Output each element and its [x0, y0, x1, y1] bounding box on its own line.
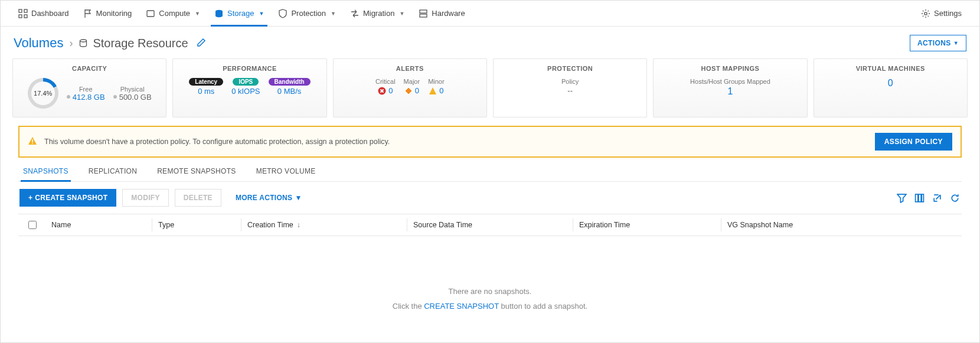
create-snapshot-button[interactable]: +CREATE SNAPSHOT [19, 189, 116, 207]
card-alerts[interactable]: ALERTS Critical 0 Major 0 [333, 58, 487, 117]
alert-critical: Critical 0 [375, 78, 396, 95]
vm-value[interactable]: 0 [888, 78, 893, 89]
perf-iops: IOPS 0 kIOPS [231, 78, 260, 96]
empty-link[interactable]: CREATE SNAPSHOT [424, 302, 499, 311]
card-virtual-machines[interactable]: VIRTUAL MACHINES 0 [814, 58, 968, 117]
nav-compute[interactable]: Compute ▼ [139, 1, 207, 27]
col-label: Expiration Time [579, 221, 630, 229]
alert-value: 0 [415, 86, 419, 95]
capacity-free: Free 412.8 GB [67, 86, 105, 102]
svg-rect-15 [918, 194, 920, 202]
assign-policy-button[interactable]: ASSIGN POLICY [875, 133, 952, 151]
shield-icon [278, 9, 288, 18]
filter-icon[interactable] [896, 192, 907, 204]
col-name[interactable]: Name [45, 221, 152, 229]
tab-replication[interactable]: REPLICATION [87, 164, 138, 181]
latency-value: 0 ms [198, 87, 214, 96]
nav-protection[interactable]: Protection ▼ [271, 1, 342, 27]
nav-migration[interactable]: Migration ▼ [343, 1, 411, 27]
host-value[interactable]: 1 [728, 86, 733, 97]
empty-line2: Click the CREATE SNAPSHOT button to add … [18, 302, 962, 311]
breadcrumb-current: Storage Resource [79, 37, 188, 50]
latency-pill: Latency [189, 78, 223, 86]
tab-remote-snapshots[interactable]: REMOTE SNAPSHOTS [156, 164, 237, 181]
card-capacity[interactable]: CAPACITY 17.4% Free 412.8 GB Physical 50… [12, 58, 166, 117]
empty-line1: There are no snapshots. [18, 287, 962, 296]
empty-post: button to add a snapshot. [499, 302, 587, 311]
compute-icon [146, 9, 155, 18]
svg-rect-1 [24, 9, 27, 12]
top-nav: Dashboard Monitoring Compute ▼ Storage ▼… [1, 1, 979, 27]
summary-cards: CAPACITY 17.4% Free 412.8 GB Physical 50… [1, 56, 979, 126]
chevron-down-icon: ▼ [259, 11, 264, 17]
svg-rect-7 [420, 10, 427, 13]
flag-icon [83, 9, 93, 18]
grid-icon [18, 9, 28, 18]
nav-monitoring[interactable]: Monitoring [76, 1, 139, 27]
breadcrumb-root[interactable]: Volumes [14, 35, 63, 51]
svg-rect-16 [922, 194, 923, 202]
tab-snapshots[interactable]: SNAPSHOTS [22, 164, 70, 181]
svg-point-9 [925, 12, 927, 14]
nav-hardware[interactable]: Hardware [411, 1, 472, 27]
policy-value: -- [567, 86, 573, 95]
nav-label: Dashboard [31, 9, 69, 18]
col-checkbox[interactable] [18, 219, 45, 231]
card-title: ALERTS [396, 65, 424, 72]
nav-label: Settings [934, 9, 962, 18]
perf-bandwidth: Bandwidth 0 MB/s [269, 78, 311, 96]
warning-icon [28, 136, 37, 148]
svg-rect-13 [32, 143, 33, 144]
alert-label: Critical [375, 78, 396, 85]
critical-icon [378, 87, 386, 95]
storage-icon [214, 9, 224, 18]
col-label: Source Data Time [413, 221, 472, 229]
modify-button: MODIFY [122, 189, 168, 207]
create-label: CREATE SNAPSHOT [35, 194, 107, 202]
snapshots-toolbar: +CREATE SNAPSHOT MODIFY DELETE MORE ACTI… [18, 182, 962, 214]
alert-value: 0 [439, 86, 443, 95]
col-source-data-time[interactable]: Source Data Time [407, 221, 573, 229]
minor-icon [429, 87, 437, 95]
svg-rect-8 [420, 14, 427, 17]
app-frame: Dashboard Monitoring Compute ▼ Storage ▼… [0, 0, 980, 343]
more-actions-button[interactable]: MORE ACTIONS▼ [227, 190, 311, 206]
phys-value: 500.0 GB [119, 93, 152, 102]
edit-icon[interactable] [197, 38, 206, 49]
card-performance[interactable]: PERFORMANCE Latency 0 ms IOPS 0 kIOPS Ba… [172, 58, 326, 117]
col-expiration-time[interactable]: Expiration Time [573, 221, 721, 229]
card-host-mappings[interactable]: HOST MAPPINGS Hosts/Host Groups Mapped 1 [653, 58, 807, 117]
col-vg-snapshot-name[interactable]: VG Snapshot Name [721, 221, 962, 229]
nav-label: Storage [227, 9, 254, 18]
export-icon[interactable] [931, 192, 943, 204]
iops-pill: IOPS [233, 78, 259, 86]
select-all-checkbox[interactable] [28, 221, 37, 229]
phys-label: Physical [120, 86, 145, 93]
empty-pre: Click the [393, 302, 424, 311]
svg-point-10 [80, 40, 87, 42]
bw-pill: Bandwidth [269, 78, 311, 86]
tab-metro-volume[interactable]: METRO VOLUME [255, 164, 317, 181]
col-label: VG Snapshot Name [727, 221, 793, 229]
chevron-down-icon: ▼ [331, 11, 336, 17]
columns-icon[interactable] [913, 192, 925, 204]
hardware-icon [419, 9, 428, 18]
col-type[interactable]: Type [152, 221, 241, 229]
nav-storage[interactable]: Storage ▼ [207, 1, 271, 27]
card-title: PERFORMANCE [223, 65, 277, 72]
card-protection[interactable]: PROTECTION Policy -- [493, 58, 647, 117]
empty-state: There are no snapshots. Click the CREATE… [18, 236, 962, 322]
nav-label: Hardware [432, 9, 465, 18]
col-creation-time[interactable]: Creation Time↓ [241, 221, 407, 229]
chevron-down-icon: ▼ [399, 11, 404, 17]
iops-value: 0 kIOPS [231, 87, 260, 96]
actions-button[interactable]: ACTIONS ▼ [910, 35, 966, 51]
svg-rect-2 [19, 15, 22, 18]
free-value: 412.8 GB [73, 93, 105, 102]
refresh-icon[interactable] [949, 192, 961, 204]
svg-rect-14 [915, 194, 917, 202]
nav-settings[interactable]: Settings [914, 1, 969, 27]
nav-dashboard[interactable]: Dashboard [11, 1, 76, 27]
capacity-donut: 17.4% [28, 78, 58, 109]
card-title: HOST MAPPINGS [701, 65, 760, 72]
